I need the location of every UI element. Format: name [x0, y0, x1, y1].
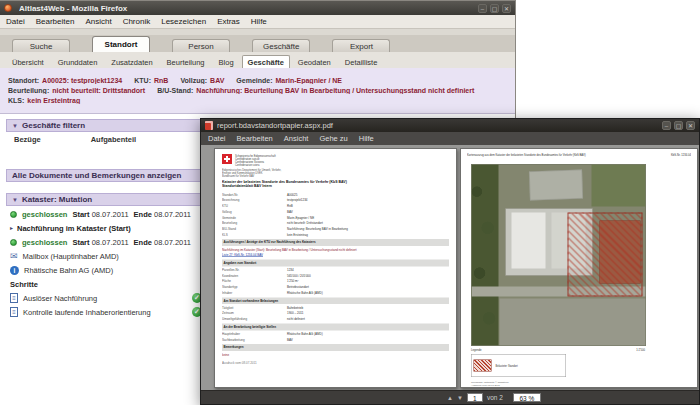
- menu-item[interactable]: Lesezeichen: [161, 17, 206, 26]
- module-tab[interactable]: Standort: [92, 36, 150, 52]
- filter-section-title: Geschäfte filtern: [22, 121, 85, 130]
- module-tab[interactable]: Suche: [12, 39, 70, 52]
- page-up-icon[interactable]: [447, 395, 453, 401]
- subsection-title: Nachführung im Kataster (Start): [17, 224, 131, 233]
- sub-tab[interactable]: Grunddaten: [52, 55, 104, 68]
- close-icon[interactable]: [686, 121, 695, 130]
- module-tab[interactable]: Person: [172, 39, 230, 52]
- menu-item[interactable]: Ansicht: [284, 134, 309, 143]
- step-row[interactable]: Kontrolle laufende Inhaberorientierung: [10, 305, 202, 319]
- sub-tab[interactable]: Blog: [213, 55, 240, 68]
- datasheet-row: keine: [222, 352, 449, 358]
- info-line-3: KLS:kein Ersteintrag: [8, 97, 507, 104]
- mailbox-row[interactable]: Mailbox (Hauptinhaber AMD): [10, 249, 202, 263]
- menu-item[interactable]: Chronik: [123, 17, 151, 26]
- step-row[interactable]: Auslöser Nachführung: [10, 291, 202, 305]
- sub-tab[interactable]: Geschäfte: [242, 55, 290, 68]
- sub-tab[interactable]: Beurteilung: [161, 55, 211, 68]
- maximize-icon[interactable]: [490, 4, 499, 13]
- menu-item[interactable]: Hilfe: [251, 17, 267, 26]
- sub-tab-label: Zusatzdaten: [111, 58, 152, 67]
- maximize-icon[interactable]: [674, 121, 683, 130]
- page-count-label: von 2: [487, 394, 503, 401]
- grass-area: [592, 165, 646, 207]
- holder-label: Rhätische Bahn AG (AMD): [24, 266, 113, 275]
- swiss-cross-icon: [222, 154, 232, 164]
- datasheet-row: An der Bearbeitung beteiligte Stellen: [222, 324, 449, 331]
- legend-box: Belasteter Standort: [471, 354, 566, 377]
- menu-item[interactable]: Bearbeiten: [237, 134, 273, 143]
- desktop: Altlast4Web - Mozilla Firefox DateiBearb…: [0, 0, 700, 405]
- swiss-confederation-logo: Schweizerische EidgenossenschaftConfédér…: [222, 154, 276, 166]
- info-pair: KLS:kein Ersteintrag: [8, 97, 80, 104]
- menu-item[interactable]: Bearbeiten: [36, 17, 75, 26]
- sub-tab[interactable]: Übersicht: [6, 55, 50, 68]
- module-tab-label: Geschäfte: [263, 42, 299, 51]
- task-icon: [10, 307, 18, 317]
- module-tab-label: Export: [350, 42, 373, 51]
- menu-item[interactable]: Gehe zu: [319, 134, 347, 143]
- firefox-titlebar[interactable]: Altlast4Web - Mozilla Firefox: [0, 1, 515, 15]
- mail-icon: [10, 252, 18, 261]
- pdf-menubar: DateiBearbeitenAnsichtGehe zuHilfe: [201, 132, 699, 146]
- kataster-section-title: Kataster: Mutation: [22, 195, 92, 204]
- contaminated-site-swatch: [474, 360, 492, 372]
- minimize-icon[interactable]: [478, 4, 487, 13]
- legend-title: Legende: [471, 348, 482, 351]
- datasheet-title: Kataster der belasteten Standorte des Bu…: [222, 179, 449, 188]
- document-area: Schweizerische EidgenossenschaftConfédér…: [201, 145, 699, 391]
- minimize-icon[interactable]: [662, 121, 671, 130]
- legend-scale-line: Legende 1:2'500: [471, 348, 645, 351]
- building-roof: [529, 170, 583, 201]
- page-down-icon[interactable]: [457, 395, 463, 401]
- sub-tabs: Übersicht Grunddaten Zusatzdaten Beurtei…: [0, 52, 515, 69]
- step-label: Kontrolle laufende Inhaberorientierung: [23, 308, 151, 317]
- window-controls: [662, 121, 695, 130]
- pdf-titlebar[interactable]: report.bdavstandortpapier.aspx.pdf: [201, 119, 699, 132]
- status-text: geschlossen: [22, 210, 67, 219]
- kataster-subsection[interactable]: Nachführung im Kataster (Start): [10, 221, 202, 235]
- info-pair: Beurteilung:nicht beurteilt: Drittstando…: [8, 87, 145, 94]
- sub-tab-label: Geodaten: [298, 58, 331, 67]
- end-date: Ende 08.07.2011: [134, 238, 191, 247]
- datasheet-row: Bemerkungen: [222, 344, 449, 351]
- aerial-photo: [471, 164, 646, 346]
- page-number-input[interactable]: 1: [467, 393, 483, 402]
- sub-tab-label: Übersicht: [12, 58, 44, 67]
- map-footnotes: Grundlage: Orthofoto © swisstopoAusdruck…: [471, 380, 687, 387]
- sub-tab[interactable]: Detailliste: [339, 55, 384, 68]
- datasheet-row: Liste 27: KbS-Nr. 1234.04 BAV: [222, 252, 449, 258]
- menu-item[interactable]: Extras: [217, 17, 240, 26]
- close-icon[interactable]: [502, 4, 511, 13]
- start-date: Start 08.07.2011: [72, 210, 128, 219]
- menu-item[interactable]: Ansicht: [85, 17, 111, 26]
- info-line-1: Standort:A00025: testprojekt1234KTU:RnBV…: [8, 77, 507, 84]
- zoom-input[interactable]: 63 %: [513, 393, 541, 402]
- sub-tab[interactable]: Geodaten: [292, 55, 337, 68]
- firefox-menubar: DateiBearbeitenAnsichtChronikLesezeichen…: [0, 15, 515, 29]
- holder-row[interactable]: Rhätische Bahn AG (AMD): [10, 263, 202, 277]
- info-pair: Gemeinde:Marin-Epagnier / NE: [236, 77, 342, 84]
- status-dot-icon: [10, 211, 17, 218]
- menu-item[interactable]: Datei: [208, 134, 226, 143]
- info-pair: B/U-Stand:Nachführung: Beurteilung BAV i…: [157, 87, 474, 94]
- documents-bar-label: Alle Dokumente und Bemerkungen anzeigen: [12, 171, 181, 180]
- sub-tab[interactable]: Zusatzdaten: [105, 55, 158, 68]
- menu-item[interactable]: Datei: [6, 17, 25, 26]
- datasheet-rows: Standort-Nr. A00025 Bezeichnung testproj…: [222, 192, 449, 366]
- department-line: Bundesamt für Verkehr BAV: [222, 175, 281, 178]
- module-tab-label: Suche: [30, 42, 53, 51]
- department-lines: Eidgenössisches Departement für Umwelt, …: [222, 168, 281, 178]
- datasheet-row: Angaben zum Standort: [222, 260, 449, 267]
- pdf-viewer-window: report.bdavstandortpapier.aspx.pdf Datei…: [200, 118, 700, 405]
- sub-tab-label: Beurteilung: [167, 58, 205, 67]
- module-tab[interactable]: Export: [332, 39, 390, 52]
- confederation-line: Confederaziun svizra: [235, 163, 276, 166]
- collapse-icon: [12, 197, 18, 203]
- module-tab[interactable]: Geschäfte: [252, 39, 310, 52]
- kataster-status-row: geschlossen Start 08.07.2011 Ende 08.07.…: [10, 207, 202, 221]
- legend-item-label: Belasteter Standort: [496, 364, 518, 367]
- steps-list: Auslöser Nachführung Kontrolle laufende …: [10, 291, 202, 319]
- module-tabs: Suche Standort Person Geschäfte Export: [0, 35, 515, 53]
- menu-item[interactable]: Hilfe: [359, 134, 374, 143]
